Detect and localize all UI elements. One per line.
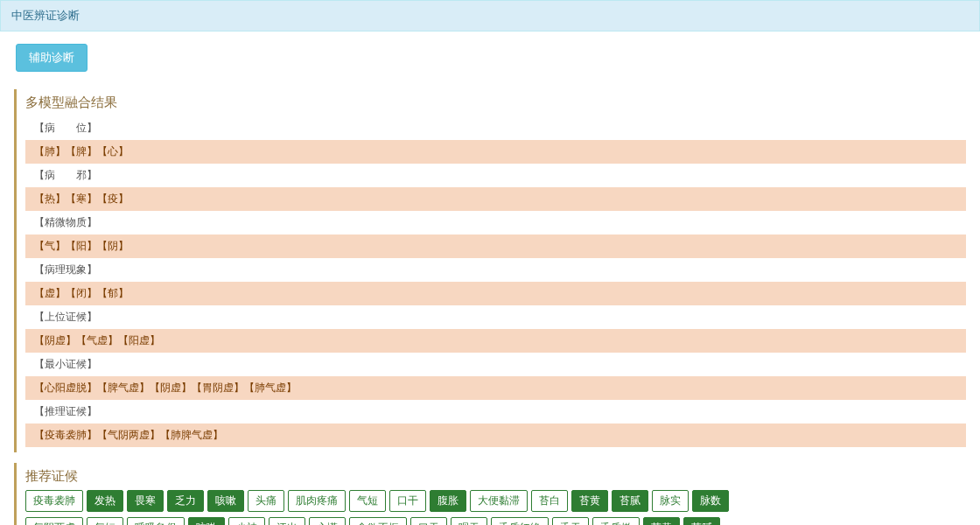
symptom-tag[interactable]: 腹胀 [430, 490, 466, 512]
symptom-tag[interactable]: 呼吸急促 [127, 517, 185, 525]
symptom-tag[interactable]: 苔腻 [683, 517, 720, 525]
symptom-tag[interactable]: 苔白 [531, 490, 568, 512]
fusion-row: 【心阳虚脱】【脾气虚】【阴虚】【胃阴虚】【肺气虚】 [25, 376, 966, 400]
symptom-tag[interactable]: 脉实 [652, 490, 689, 512]
fusion-row: 【热】【寒】【疫】 [25, 187, 966, 211]
recommend-group-label[interactable]: 气阴两虚 [25, 517, 83, 525]
symptom-tag[interactable]: 食欲不振 [349, 517, 407, 525]
fusion-row: 【阴虚】【气虚】【阳虚】 [25, 329, 966, 353]
symptom-tag[interactable]: 发热 [87, 490, 123, 512]
symptom-tag[interactable]: 咳嗽 [207, 490, 244, 512]
symptom-tag[interactable]: 脉数 [692, 490, 729, 512]
recommend-group-label[interactable]: 疫毒袭肺 [25, 490, 83, 512]
fusion-row: 【气】【阳】【阴】 [25, 234, 966, 258]
symptom-tag[interactable]: 苔黄 [571, 490, 608, 512]
fusion-row: 【病 邪】 [25, 164, 966, 187]
symptom-tag[interactable]: 大便黏滞 [470, 490, 528, 512]
symptom-tag[interactable]: 少神 [228, 517, 265, 525]
symptom-tag[interactable]: 咳嗽 [188, 517, 225, 525]
toolbar: 辅助诊断 [0, 32, 980, 84]
assist-diagnosis-button[interactable]: 辅助诊断 [16, 44, 88, 72]
fusion-row: 【疫毒袭肺】【气阴两虚】【肺脾气虚】 [25, 424, 966, 447]
symptom-tag[interactable]: 舌质嫩 [592, 517, 640, 525]
symptom-tag[interactable]: 畏寒 [127, 490, 164, 512]
fusion-row: 【病 位】 [25, 116, 966, 140]
page-title: 中医辨证诊断 [11, 9, 80, 22]
recommend-group: 气阴两虚气短呼吸急促咳嗽少神汗出心慌食欲不振口干咽干舌质红绛舌干舌质嫩苔黄苔腻 [25, 517, 966, 525]
recommend-title: 推荐证候 [25, 468, 966, 485]
symptom-tag[interactable]: 肌肉疼痛 [288, 490, 346, 512]
fusion-row: 【肺】【脾】【心】 [25, 140, 966, 164]
symptom-tag[interactable]: 咽干 [451, 517, 487, 525]
symptom-tag[interactable]: 气短 [87, 517, 123, 525]
fusion-row: 【精微物质】 [25, 211, 966, 234]
fusion-row: 【虚】【闭】【郁】 [25, 282, 966, 305]
symptom-tag[interactable]: 气短 [349, 490, 386, 512]
fusion-row: 【最小证候】 [25, 353, 966, 376]
symptom-tag[interactable]: 心慌 [309, 517, 346, 525]
fusion-row: 【病理现象】 [25, 258, 966, 282]
symptom-tag[interactable]: 舌干 [552, 517, 589, 525]
recommend-section: 推荐证候 疫毒袭肺发热畏寒乏力咳嗽头痛肌肉疼痛气短口干腹胀大便黏滞苔白苔黄苔腻脉… [14, 463, 966, 525]
fusion-row: 【上位证候】 [25, 305, 966, 329]
symptom-tag[interactable]: 苔腻 [612, 490, 648, 512]
symptom-tag[interactable]: 口干 [389, 490, 426, 512]
symptom-tag[interactable]: 乏力 [167, 490, 204, 512]
page-header: 中医辨证诊断 [0, 0, 980, 32]
fusion-title: 多模型融合结果 [25, 94, 966, 111]
recommend-group: 疫毒袭肺发热畏寒乏力咳嗽头痛肌肉疼痛气短口干腹胀大便黏滞苔白苔黄苔腻脉实脉数 [25, 490, 966, 512]
symptom-tag[interactable]: 口干 [410, 517, 447, 525]
symptom-tag[interactable]: 汗出 [269, 517, 305, 525]
fusion-section: 多模型融合结果 【病 位】【肺】【脾】【心】【病 邪】【热】【寒】【疫】【精微物… [14, 89, 966, 452]
symptom-tag[interactable]: 头痛 [248, 490, 284, 512]
fusion-row: 【推理证候】 [25, 400, 966, 424]
symptom-tag[interactable]: 苔黄 [643, 517, 680, 525]
symptom-tag[interactable]: 舌质红绛 [491, 517, 549, 525]
